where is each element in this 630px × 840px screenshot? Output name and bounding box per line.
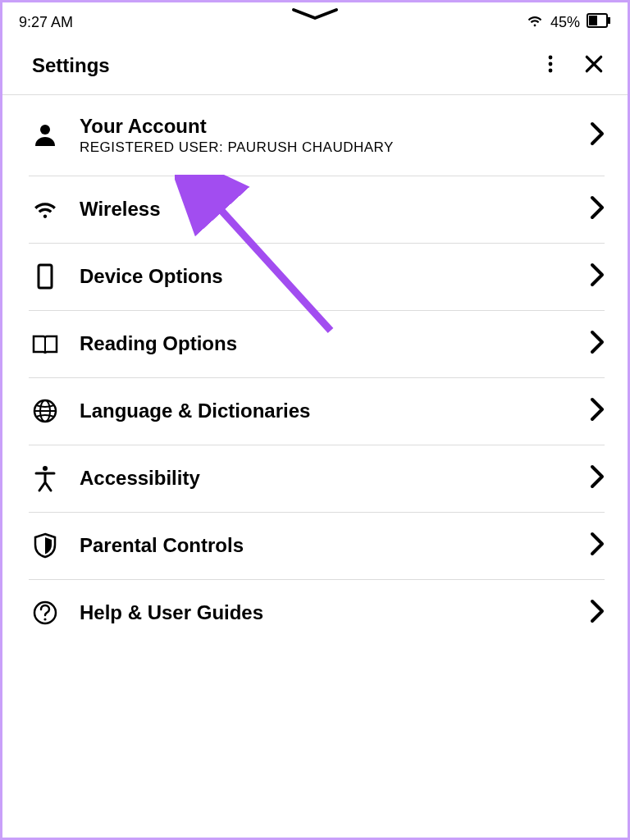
book-icon — [29, 330, 62, 358]
item-title: Parental Controls — [80, 534, 572, 557]
wifi-icon — [526, 11, 544, 34]
svg-rect-7 — [39, 265, 52, 288]
item-title: Wireless — [80, 198, 572, 221]
chevron-right-icon — [590, 464, 605, 492]
battery-icon — [587, 13, 611, 32]
item-title: Help & User Guides — [80, 601, 572, 624]
settings-list: Your Account REGISTERED USER: PAURUSH CH… — [2, 95, 628, 646]
chevron-right-icon — [590, 121, 605, 149]
svg-point-6 — [40, 125, 50, 135]
item-subtitle: REGISTERED USER: PAURUSH CHAUDHARY — [80, 139, 572, 156]
chevron-right-icon — [590, 330, 605, 358]
item-title: Language & Dictionaries — [80, 399, 572, 422]
drag-handle-icon[interactable] — [290, 7, 340, 25]
close-icon[interactable] — [583, 53, 605, 78]
item-accessibility[interactable]: Accessibility — [2, 445, 628, 512]
item-title: Reading Options — [80, 332, 572, 355]
item-reading-options[interactable]: Reading Options — [2, 310, 628, 377]
svg-rect-2 — [608, 17, 610, 24]
svg-point-4 — [549, 62, 553, 66]
wifi-icon — [29, 195, 62, 223]
chevron-right-icon — [590, 195, 605, 223]
svg-point-5 — [549, 69, 553, 73]
item-title: Your Account — [80, 115, 572, 138]
item-device-options[interactable]: Device Options — [2, 243, 628, 310]
item-your-account[interactable]: Your Account REGISTERED USER: PAURUSH CH… — [2, 95, 628, 176]
globe-icon — [29, 397, 62, 425]
svg-point-3 — [549, 56, 553, 60]
status-right: 45% — [526, 11, 611, 34]
svg-point-14 — [43, 618, 46, 620]
item-title: Accessibility — [80, 467, 572, 490]
chevron-right-icon — [590, 532, 605, 559]
shield-icon — [29, 532, 62, 559]
page-title: Settings — [32, 54, 110, 77]
item-wireless[interactable]: Wireless — [2, 176, 628, 243]
svg-rect-1 — [589, 16, 597, 25]
item-help-guides[interactable]: Help & User Guides — [2, 579, 628, 646]
chevron-right-icon — [590, 262, 605, 290]
person-icon — [29, 121, 62, 149]
chevron-right-icon — [590, 599, 605, 627]
status-time: 9:27 AM — [19, 14, 73, 31]
settings-header: Settings — [2, 37, 628, 95]
tablet-icon — [29, 262, 62, 290]
accessibility-icon — [29, 464, 62, 492]
more-icon[interactable] — [541, 54, 560, 77]
question-icon — [29, 599, 62, 627]
item-language-dictionaries[interactable]: Language & Dictionaries — [2, 377, 628, 445]
item-parental-controls[interactable]: Parental Controls — [2, 512, 628, 579]
chevron-right-icon — [590, 397, 605, 425]
item-title: Device Options — [80, 265, 572, 288]
svg-point-12 — [43, 466, 48, 471]
status-battery-pct: 45% — [550, 14, 580, 31]
